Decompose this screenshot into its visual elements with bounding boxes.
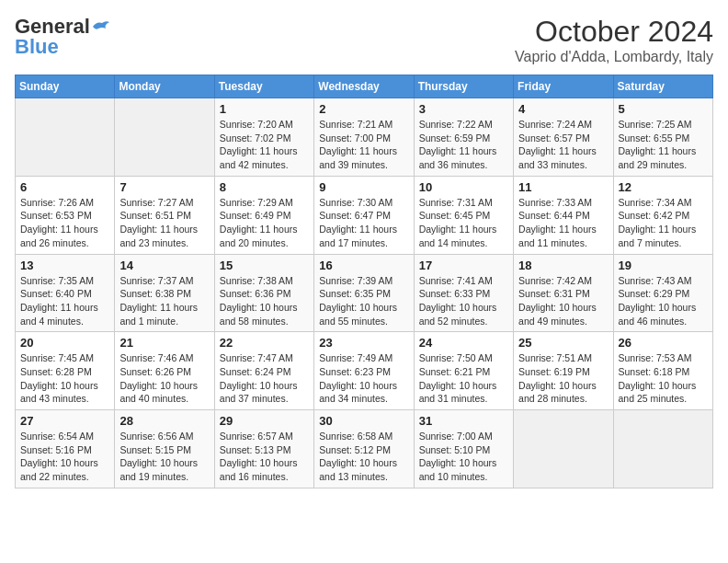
day-number: 23 bbox=[319, 336, 408, 350]
day-number: 28 bbox=[119, 414, 209, 428]
day-number: 7 bbox=[119, 180, 209, 194]
title-block: October 2024 Vaprio d'Adda, Lombardy, It… bbox=[515, 15, 713, 65]
calendar-header-row: SundayMondayTuesdayWednesdayThursdayFrid… bbox=[16, 75, 713, 98]
day-info: Sunrise: 7:51 AMSunset: 6:19 PMDaylight:… bbox=[518, 351, 608, 406]
day-info: Sunrise: 7:27 AMSunset: 6:51 PMDaylight:… bbox=[119, 196, 209, 250]
calendar-cell: 1Sunrise: 7:20 AMSunset: 7:02 PMDaylight… bbox=[214, 98, 313, 177]
day-info: Sunrise: 6:56 AMSunset: 5:15 PMDaylight:… bbox=[119, 430, 209, 484]
col-header-sunday: Sunday bbox=[16, 75, 115, 98]
day-number: 12 bbox=[619, 180, 708, 194]
day-number: 26 bbox=[619, 336, 708, 350]
calendar-cell: 16Sunrise: 7:39 AMSunset: 6:35 PMDayligh… bbox=[314, 254, 414, 332]
day-number: 20 bbox=[20, 336, 109, 350]
calendar-cell: 13Sunrise: 7:35 AMSunset: 6:40 PMDayligh… bbox=[16, 254, 115, 332]
logo-bird-icon bbox=[91, 19, 111, 34]
calendar-cell bbox=[514, 410, 613, 488]
day-number: 6 bbox=[20, 180, 109, 194]
col-header-tuesday: Tuesday bbox=[214, 75, 313, 98]
calendar-week-row: 1Sunrise: 7:20 AMSunset: 7:02 PMDaylight… bbox=[16, 98, 713, 177]
day-number: 11 bbox=[518, 180, 608, 194]
page-subtitle: Vaprio d'Adda, Lombardy, Italy bbox=[515, 49, 713, 65]
calendar-cell: 24Sunrise: 7:50 AMSunset: 6:21 PMDayligh… bbox=[414, 332, 513, 410]
day-number: 16 bbox=[319, 259, 408, 272]
day-info: Sunrise: 7:47 AMSunset: 6:24 PMDaylight:… bbox=[220, 351, 309, 406]
calendar-week-row: 20Sunrise: 7:45 AMSunset: 6:28 PMDayligh… bbox=[16, 332, 713, 410]
day-info: Sunrise: 7:21 AMSunset: 7:00 PMDaylight:… bbox=[319, 118, 408, 172]
day-info: Sunrise: 7:31 AMSunset: 6:45 PMDaylight:… bbox=[419, 196, 508, 250]
day-info: Sunrise: 6:57 AMSunset: 5:13 PMDaylight:… bbox=[220, 430, 309, 484]
day-info: Sunrise: 7:29 AMSunset: 6:49 PMDaylight:… bbox=[220, 196, 309, 250]
day-number: 14 bbox=[119, 259, 209, 272]
day-number: 19 bbox=[619, 259, 708, 272]
calendar-cell: 17Sunrise: 7:41 AMSunset: 6:33 PMDayligh… bbox=[414, 254, 513, 332]
calendar-cell: 3Sunrise: 7:22 AMSunset: 6:59 PMDaylight… bbox=[414, 98, 513, 177]
day-info: Sunrise: 7:24 AMSunset: 6:57 PMDaylight:… bbox=[518, 118, 608, 172]
day-number: 29 bbox=[220, 414, 309, 428]
calendar-cell: 27Sunrise: 6:54 AMSunset: 5:16 PMDayligh… bbox=[16, 410, 115, 488]
calendar-cell: 9Sunrise: 7:30 AMSunset: 6:47 PMDaylight… bbox=[314, 176, 414, 254]
col-header-monday: Monday bbox=[115, 75, 214, 98]
day-info: Sunrise: 7:30 AMSunset: 6:47 PMDaylight:… bbox=[319, 196, 408, 250]
day-info: Sunrise: 7:39 AMSunset: 6:35 PMDaylight:… bbox=[319, 274, 408, 328]
day-info: Sunrise: 6:54 AMSunset: 5:16 PMDaylight:… bbox=[20, 430, 109, 484]
logo-blue: Blue bbox=[15, 35, 59, 59]
calendar-cell: 26Sunrise: 7:53 AMSunset: 6:18 PMDayligh… bbox=[613, 332, 712, 410]
calendar-cell: 2Sunrise: 7:21 AMSunset: 7:00 PMDaylight… bbox=[314, 98, 414, 177]
calendar-cell: 29Sunrise: 6:57 AMSunset: 5:13 PMDayligh… bbox=[214, 410, 313, 488]
day-info: Sunrise: 7:00 AMSunset: 5:10 PMDaylight:… bbox=[419, 430, 508, 484]
col-header-wednesday: Wednesday bbox=[314, 75, 414, 98]
day-info: Sunrise: 7:41 AMSunset: 6:33 PMDaylight:… bbox=[419, 274, 508, 328]
calendar-cell: 6Sunrise: 7:26 AMSunset: 6:53 PMDaylight… bbox=[16, 176, 115, 254]
day-number: 10 bbox=[419, 180, 508, 194]
day-info: Sunrise: 7:25 AMSunset: 6:55 PMDaylight:… bbox=[619, 118, 708, 172]
calendar-cell: 21Sunrise: 7:46 AMSunset: 6:26 PMDayligh… bbox=[115, 332, 214, 410]
calendar-cell: 7Sunrise: 7:27 AMSunset: 6:51 PMDaylight… bbox=[115, 176, 214, 254]
calendar-cell bbox=[115, 98, 214, 177]
calendar-table: SundayMondayTuesdayWednesdayThursdayFrid… bbox=[15, 75, 713, 488]
calendar-cell: 25Sunrise: 7:51 AMSunset: 6:19 PMDayligh… bbox=[514, 332, 613, 410]
day-info: Sunrise: 7:49 AMSunset: 6:23 PMDaylight:… bbox=[319, 351, 408, 406]
calendar-cell: 4Sunrise: 7:24 AMSunset: 6:57 PMDaylight… bbox=[514, 98, 613, 177]
day-info: Sunrise: 7:43 AMSunset: 6:29 PMDaylight:… bbox=[619, 274, 708, 328]
day-number: 18 bbox=[518, 259, 608, 272]
day-number: 2 bbox=[319, 102, 408, 116]
day-info: Sunrise: 7:38 AMSunset: 6:36 PMDaylight:… bbox=[220, 274, 309, 328]
calendar-cell: 15Sunrise: 7:38 AMSunset: 6:36 PMDayligh… bbox=[214, 254, 313, 332]
day-number: 5 bbox=[619, 102, 708, 116]
day-number: 27 bbox=[20, 414, 109, 428]
day-number: 9 bbox=[319, 180, 408, 194]
col-header-friday: Friday bbox=[514, 75, 613, 98]
calendar-cell: 11Sunrise: 7:33 AMSunset: 6:44 PMDayligh… bbox=[514, 176, 613, 254]
col-header-thursday: Thursday bbox=[414, 75, 513, 98]
day-info: Sunrise: 7:22 AMSunset: 6:59 PMDaylight:… bbox=[419, 118, 508, 172]
calendar-cell: 30Sunrise: 6:58 AMSunset: 5:12 PMDayligh… bbox=[314, 410, 414, 488]
logo: General Blue bbox=[15, 15, 112, 59]
day-number: 1 bbox=[220, 102, 309, 116]
calendar-week-row: 13Sunrise: 7:35 AMSunset: 6:40 PMDayligh… bbox=[16, 254, 713, 332]
day-info: Sunrise: 7:20 AMSunset: 7:02 PMDaylight:… bbox=[220, 118, 309, 172]
day-number: 24 bbox=[419, 336, 508, 350]
day-number: 8 bbox=[220, 180, 309, 194]
col-header-saturday: Saturday bbox=[613, 75, 712, 98]
calendar-week-row: 27Sunrise: 6:54 AMSunset: 5:16 PMDayligh… bbox=[16, 410, 713, 488]
calendar-cell: 14Sunrise: 7:37 AMSunset: 6:38 PMDayligh… bbox=[115, 254, 214, 332]
day-number: 30 bbox=[319, 414, 408, 428]
day-info: Sunrise: 7:50 AMSunset: 6:21 PMDaylight:… bbox=[419, 351, 508, 406]
day-number: 22 bbox=[220, 336, 309, 350]
day-number: 13 bbox=[20, 259, 109, 272]
calendar-cell bbox=[613, 410, 712, 488]
calendar-cell: 28Sunrise: 6:56 AMSunset: 5:15 PMDayligh… bbox=[115, 410, 214, 488]
day-info: Sunrise: 7:42 AMSunset: 6:31 PMDaylight:… bbox=[518, 274, 608, 328]
day-info: Sunrise: 7:37 AMSunset: 6:38 PMDaylight:… bbox=[119, 274, 209, 328]
day-info: Sunrise: 7:46 AMSunset: 6:26 PMDaylight:… bbox=[119, 351, 209, 406]
calendar-cell: 20Sunrise: 7:45 AMSunset: 6:28 PMDayligh… bbox=[16, 332, 115, 410]
day-info: Sunrise: 7:34 AMSunset: 6:42 PMDaylight:… bbox=[619, 196, 708, 250]
day-info: Sunrise: 6:58 AMSunset: 5:12 PMDaylight:… bbox=[319, 430, 408, 484]
day-number: 25 bbox=[518, 336, 608, 350]
calendar-cell: 12Sunrise: 7:34 AMSunset: 6:42 PMDayligh… bbox=[613, 176, 712, 254]
calendar-cell: 5Sunrise: 7:25 AMSunset: 6:55 PMDaylight… bbox=[613, 98, 712, 177]
day-info: Sunrise: 7:35 AMSunset: 6:40 PMDaylight:… bbox=[20, 274, 109, 328]
day-info: Sunrise: 7:33 AMSunset: 6:44 PMDaylight:… bbox=[518, 196, 608, 250]
day-info: Sunrise: 7:26 AMSunset: 6:53 PMDaylight:… bbox=[20, 196, 109, 250]
day-number: 3 bbox=[419, 102, 508, 116]
